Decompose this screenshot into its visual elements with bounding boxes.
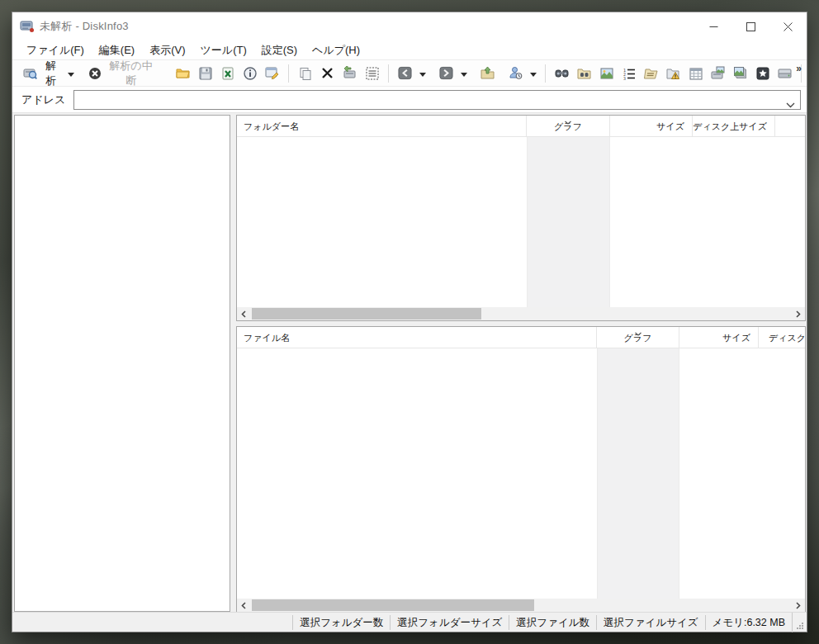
column-header-graph[interactable]: グラフ xyxy=(597,327,679,348)
save-button[interactable] xyxy=(194,64,216,83)
open-button[interactable] xyxy=(172,64,194,83)
scroll-right-button[interactable] xyxy=(792,599,805,612)
add-drive-icon xyxy=(343,66,357,80)
status-bar: 選択フォルダー数 選択フォルダーサイズ 選択ファイル数 選択ファイルサイズ メモ… xyxy=(12,612,807,632)
column-header-file-name[interactable]: ファイル名 xyxy=(237,327,597,348)
info-icon xyxy=(243,66,257,80)
image-button[interactable] xyxy=(595,64,618,83)
scroll-right-button[interactable] xyxy=(792,307,805,320)
analyze-label: 解析 xyxy=(41,59,60,88)
close-icon xyxy=(783,22,793,31)
window-title: 未解析 - DiskInfo3 xyxy=(40,19,129,34)
properties-button[interactable] xyxy=(261,64,283,83)
scroll-left-button[interactable] xyxy=(237,307,250,320)
numbered-list-button[interactable]: 1 2 3 xyxy=(618,64,640,83)
svg-text:3: 3 xyxy=(623,75,626,80)
column-header-size[interactable]: サイズ xyxy=(679,327,759,348)
minimize-button[interactable] xyxy=(695,12,732,40)
vertical-splitter[interactable] xyxy=(230,113,236,613)
dropdown-caret-icon xyxy=(419,73,426,77)
menu-help[interactable]: ヘルプ(H) xyxy=(305,40,367,60)
analyze-button[interactable]: 解析 xyxy=(19,56,64,91)
folder-tree-panel[interactable] xyxy=(14,115,230,612)
scroll-left-button[interactable] xyxy=(237,599,250,612)
resize-grip[interactable] xyxy=(792,613,807,632)
address-bar: アドレス xyxy=(12,87,807,113)
abort-stop-icon xyxy=(88,66,102,80)
status-selected-file-count: 選択ファイル数 xyxy=(509,615,596,630)
toolbar-overflow-button[interactable]: » xyxy=(796,63,802,74)
content-area: フォルダー名 グラフ サイズ ディスク上サイズ xyxy=(12,113,807,613)
column-header-folder-name[interactable]: フォルダー名 xyxy=(237,116,527,137)
numbered-list-icon: 1 2 3 xyxy=(622,66,636,80)
analyze-dropdown-caret[interactable] xyxy=(64,64,78,82)
column-header-size-on-disk[interactable]: ディスク上サイズ xyxy=(759,327,805,348)
folders-horizontal-scrollbar[interactable] xyxy=(237,307,805,320)
column-header-size-on-disk[interactable]: ディスク上サイズ xyxy=(693,116,775,137)
find-folder-button[interactable] xyxy=(573,64,595,83)
delete-button[interactable] xyxy=(316,64,338,83)
selection-list-icon xyxy=(365,66,379,80)
drive-image-icon xyxy=(711,66,725,80)
maximize-icon xyxy=(746,22,755,31)
selection-list-button[interactable] xyxy=(361,64,383,83)
info-button[interactable] xyxy=(239,64,261,83)
drive-icon xyxy=(778,66,792,80)
column-header-graph[interactable]: グラフ xyxy=(527,116,610,137)
add-drive-button[interactable] xyxy=(338,64,361,83)
abort-analysis-button[interactable]: 解析の中断 xyxy=(83,56,160,91)
menu-tools[interactable]: ツール(T) xyxy=(193,40,254,60)
properties-icon xyxy=(265,66,279,80)
drive-button[interactable] xyxy=(774,64,796,83)
images-stack-icon xyxy=(733,66,747,80)
chevron-right-icon xyxy=(796,599,801,612)
folder-list-button[interactable] xyxy=(640,64,662,83)
calendar-button[interactable] xyxy=(684,64,707,83)
toolbar-separator xyxy=(545,64,546,83)
minimize-icon xyxy=(709,22,718,31)
delete-x-icon xyxy=(320,66,334,80)
window-controls xyxy=(695,12,807,40)
forward-button[interactable] xyxy=(435,64,457,83)
folder-list-icon xyxy=(644,66,658,80)
images-stack-button[interactable] xyxy=(729,64,751,83)
back-dropdown-caret[interactable] xyxy=(416,64,429,82)
scrollbar-thumb[interactable] xyxy=(252,599,534,611)
up-folder-button[interactable] xyxy=(476,64,499,83)
scrollbar-thumb[interactable] xyxy=(252,308,481,320)
user-history-button[interactable] xyxy=(504,64,527,83)
address-combobox xyxy=(73,90,801,110)
status-selected-folder-count: 選択フォルダー数 xyxy=(292,615,390,630)
chevron-left-icon xyxy=(241,599,246,612)
graph-column-shade xyxy=(527,137,610,307)
favorites-star-button[interactable] xyxy=(751,64,774,83)
forward-icon xyxy=(439,66,453,80)
forward-dropdown-caret[interactable] xyxy=(457,64,471,82)
status-selected-folder-size: 選択フォルダーサイズ xyxy=(390,615,509,630)
files-horizontal-scrollbar[interactable] xyxy=(237,599,805,612)
column-header-filler xyxy=(775,116,805,137)
user-history-dropdown-caret[interactable] xyxy=(527,64,540,82)
address-input[interactable] xyxy=(73,90,801,110)
folders-list-panel: フォルダー名 グラフ サイズ ディスク上サイズ xyxy=(236,115,806,321)
close-button[interactable] xyxy=(769,12,807,40)
folder-warning-button[interactable] xyxy=(662,64,684,83)
chevron-down-icon[interactable] xyxy=(786,97,795,111)
maximize-button[interactable] xyxy=(732,12,769,40)
back-button[interactable] xyxy=(394,64,416,83)
menu-settings[interactable]: 設定(S) xyxy=(254,40,305,60)
titlebar: 未解析 - DiskInfo3 xyxy=(12,12,807,40)
drive-image-button[interactable] xyxy=(707,64,729,83)
find-button[interactable] xyxy=(551,64,573,83)
export-excel-button[interactable] xyxy=(216,64,239,83)
app-disk-icon xyxy=(20,20,35,33)
dropdown-caret-icon xyxy=(461,73,467,77)
back-icon xyxy=(398,66,412,80)
column-header-size[interactable]: サイズ xyxy=(610,116,693,137)
folders-list-body[interactable] xyxy=(237,137,805,307)
app-window: 未解析 - DiskInfo3 ファイル(F) 編集(E) 表示(V) ツール(… xyxy=(12,12,807,632)
calendar-icon xyxy=(689,66,703,80)
abort-analysis-label: 解析の中断 xyxy=(106,59,156,88)
files-list-body[interactable] xyxy=(237,348,805,599)
copy-button[interactable] xyxy=(294,64,316,83)
